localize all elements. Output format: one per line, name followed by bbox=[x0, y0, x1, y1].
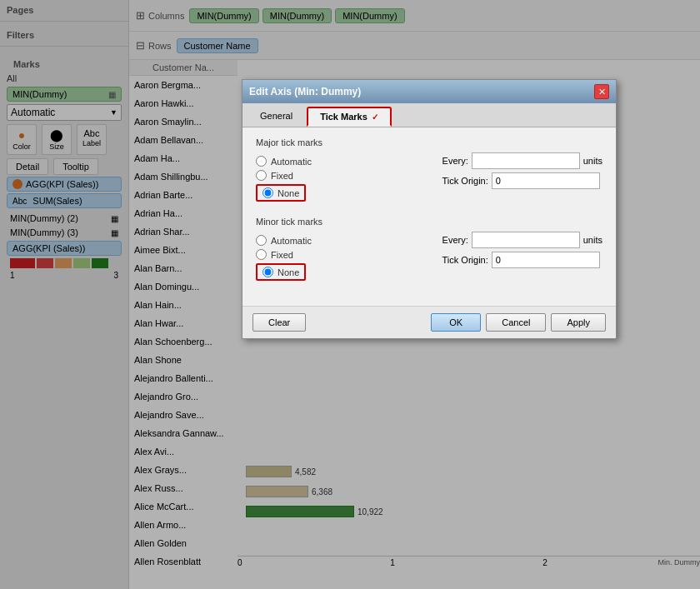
minor-automatic-label: Automatic bbox=[271, 236, 312, 246]
dialog-titlebar: Edit Axis (Min: Dummy) ✕ bbox=[242, 80, 616, 103]
tab-general[interactable]: General bbox=[248, 107, 305, 127]
major-every-label: Every: bbox=[442, 156, 468, 166]
major-fixed-radio[interactable] bbox=[256, 170, 267, 181]
minor-none-row: None bbox=[256, 263, 392, 281]
major-fixed-label: Fixed bbox=[271, 171, 293, 181]
dialog-footer: Clear OK Cancel Apply bbox=[242, 306, 616, 338]
major-automatic-radio[interactable] bbox=[256, 156, 267, 167]
major-section-title: Major tick marks bbox=[256, 137, 602, 147]
major-none-radio[interactable] bbox=[262, 187, 273, 198]
minor-fixed-row: Fixed bbox=[256, 249, 392, 260]
minor-fixed-radio[interactable] bbox=[256, 249, 267, 260]
minor-section-title: Minor tick marks bbox=[256, 217, 602, 227]
minor-automatic-radio[interactable] bbox=[256, 235, 267, 246]
minor-tick-section: Minor tick marks Automatic Fixed None bbox=[256, 217, 602, 284]
minor-origin-input[interactable] bbox=[492, 252, 600, 268]
cancel-button[interactable]: Cancel bbox=[486, 313, 546, 332]
minor-every-label: Every: bbox=[442, 235, 468, 245]
minor-none-wrapper: None bbox=[256, 263, 306, 281]
major-automatic-row: Automatic bbox=[256, 156, 392, 167]
major-tick-section: Major tick marks Automatic Fixed None bbox=[256, 137, 602, 205]
apply-button[interactable]: Apply bbox=[551, 313, 606, 332]
tab-checkmark-icon: ✓ bbox=[372, 112, 378, 122]
major-none-row: None bbox=[256, 184, 392, 202]
major-units-label: units bbox=[583, 156, 602, 166]
minor-fixed-label: Fixed bbox=[271, 250, 293, 260]
minor-none-label: None bbox=[278, 267, 299, 277]
minor-none-radio[interactable] bbox=[262, 267, 273, 277]
edit-axis-dialog: Edit Axis (Min: Dummy) ✕ General Tick Ma… bbox=[242, 79, 617, 339]
major-every-input[interactable] bbox=[472, 152, 580, 169]
major-origin-label: Tick Origin: bbox=[442, 176, 488, 186]
major-every-row: Every: units bbox=[442, 152, 602, 169]
major-origin-input[interactable] bbox=[492, 172, 600, 189]
minor-units-label: units bbox=[583, 235, 602, 245]
clear-button[interactable]: Clear bbox=[252, 313, 306, 332]
major-none-wrapper: None bbox=[256, 184, 306, 202]
major-origin-row: Tick Origin: bbox=[442, 172, 602, 189]
dialog-tabs: General Tick Marks ✓ bbox=[242, 103, 616, 127]
major-fixed-row: Fixed bbox=[256, 170, 392, 181]
minor-every-input[interactable] bbox=[472, 232, 580, 248]
dialog-title: Edit Axis (Min: Dummy) bbox=[249, 86, 361, 97]
dialog-body: Major tick marks Automatic Fixed None bbox=[242, 127, 616, 306]
tab-tick-marks[interactable]: Tick Marks ✓ bbox=[307, 107, 392, 127]
minor-origin-row: Tick Origin: bbox=[442, 252, 602, 268]
minor-every-row: Every: units bbox=[442, 232, 602, 248]
footer-left: Clear bbox=[252, 313, 426, 332]
major-none-label: None bbox=[278, 188, 299, 198]
ok-button[interactable]: OK bbox=[431, 313, 481, 332]
dialog-close-button[interactable]: ✕ bbox=[594, 84, 609, 99]
major-automatic-label: Automatic bbox=[271, 157, 312, 167]
minor-origin-label: Tick Origin: bbox=[442, 255, 488, 265]
minor-automatic-row: Automatic bbox=[256, 235, 392, 246]
